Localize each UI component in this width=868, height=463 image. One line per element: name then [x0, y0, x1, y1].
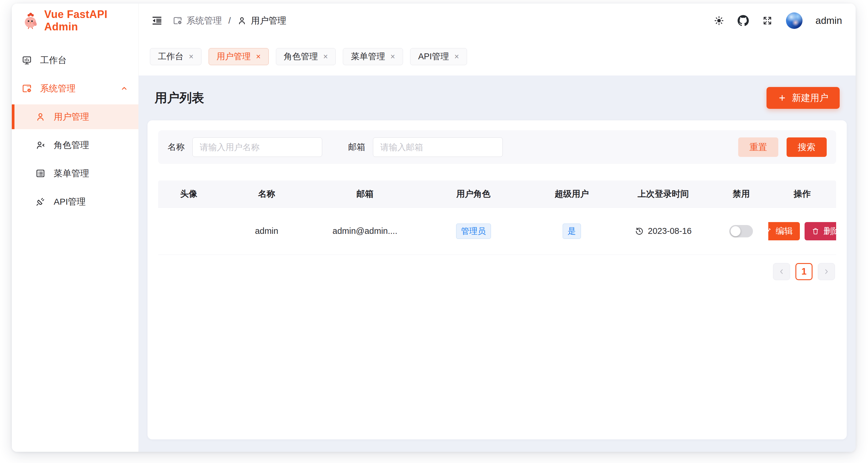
tab-menu-management[interactable]: 菜单管理 × — [343, 48, 403, 65]
tab-user-management[interactable]: 用户管理 × — [209, 48, 269, 65]
tab-label: API管理 — [418, 51, 449, 63]
users-table: 头像 名称 邮箱 用户角色 超级用户 上次登录时间 禁用 操作 admin ad… — [158, 180, 836, 255]
sidebar-item-role-management[interactable]: 角色管理 — [12, 133, 138, 158]
tab-api-management[interactable]: API管理 × — [410, 48, 467, 65]
app-window: Vue FastAPI Admin 工作台 — [12, 4, 856, 452]
sidebar-item-api-management[interactable]: API管理 — [12, 189, 138, 214]
name-field-group: 名称 — [167, 137, 322, 157]
sidebar-item-menu-management[interactable]: 菜单管理 — [12, 161, 138, 186]
chevron-up-icon — [120, 84, 128, 93]
system-window-gear-icon — [173, 16, 182, 25]
breadcrumb: 系统管理 / 用户管理 — [173, 15, 286, 27]
cell-role: 管理员 — [416, 208, 531, 255]
page-content: 用户列表 新建用户 名称 邮箱 — [139, 75, 856, 452]
sidebar-item-user-management[interactable]: 用户管理 — [12, 104, 138, 129]
col-disabled: 禁用 — [714, 180, 768, 207]
main-area: 系统管理 / 用户管理 — [139, 4, 856, 452]
delete-button-label: 删除 — [824, 225, 836, 237]
fullscreen-icon[interactable] — [762, 15, 773, 26]
chevron-left-icon — [778, 268, 785, 275]
sidebar-item-system[interactable]: 系统管理 — [12, 76, 138, 101]
cell-actions: 编辑 删除 — [768, 208, 836, 255]
page-header: 用户列表 新建用户 — [148, 75, 847, 120]
tab-close-icon[interactable]: × — [256, 53, 261, 61]
edit-button-label: 编辑 — [776, 225, 793, 237]
name-field-label: 名称 — [167, 141, 185, 153]
toggle-knob — [731, 226, 741, 236]
avatar[interactable] — [786, 12, 803, 29]
cell-name: admin — [219, 208, 314, 255]
search-actions: 重置 搜索 — [738, 137, 827, 157]
new-user-button[interactable]: 新建用户 — [767, 87, 840, 109]
delete-trash-icon — [812, 227, 819, 235]
sidebar-item-label: 系统管理 — [40, 82, 75, 95]
col-avatar: 头像 — [158, 180, 219, 207]
col-role: 用户角色 — [416, 180, 531, 207]
edit-button[interactable]: 编辑 — [768, 222, 800, 240]
chick-logo-icon — [22, 12, 39, 29]
breadcrumb-label: 用户管理 — [251, 15, 286, 27]
role-tag: 管理员 — [456, 224, 491, 239]
search-panel: 名称 邮箱 重置 搜索 — [158, 130, 836, 164]
email-input[interactable] — [373, 137, 503, 157]
pagination-next-button[interactable] — [818, 263, 835, 280]
tab-label: 菜单管理 — [351, 51, 385, 63]
name-input[interactable] — [192, 137, 322, 157]
breadcrumb-item-system[interactable]: 系统管理 — [173, 15, 222, 27]
sidebar-menu: 工作台 系统管理 — [12, 38, 138, 218]
tab-close-icon[interactable]: × — [189, 53, 193, 61]
user-icon — [35, 112, 45, 122]
github-icon[interactable] — [738, 15, 749, 26]
cell-avatar — [158, 208, 219, 255]
app-title: Vue FastAPI Admin — [44, 8, 138, 33]
reset-button[interactable]: 重置 — [738, 137, 778, 157]
monitor-icon — [22, 55, 32, 65]
table-header-row: 头像 名称 邮箱 用户角色 超级用户 上次登录时间 禁用 操作 — [158, 180, 836, 208]
pagination-page-1[interactable]: 1 — [796, 263, 812, 280]
username[interactable]: admin — [815, 15, 842, 26]
breadcrumb-label: 系统管理 — [186, 15, 222, 27]
pagination-prev-button[interactable] — [773, 263, 790, 280]
col-last-login: 上次登录时间 — [613, 180, 714, 207]
tab-workbench[interactable]: 工作台 × — [150, 48, 202, 65]
menu-list-icon — [35, 168, 45, 178]
api-plug-icon — [35, 197, 45, 207]
sidebar-item-label: 角色管理 — [54, 139, 89, 151]
disabled-toggle[interactable] — [729, 225, 753, 237]
email-field-group: 邮箱 — [348, 137, 503, 157]
tab-close-icon[interactable]: × — [454, 53, 459, 61]
tab-role-management[interactable]: 角色管理 × — [276, 48, 336, 65]
search-button[interactable]: 搜索 — [786, 137, 827, 157]
tab-label: 工作台 — [158, 51, 184, 63]
tab-close-icon[interactable]: × — [323, 53, 328, 61]
last-login-date: 2023-08-16 — [648, 226, 691, 236]
clock-icon — [635, 227, 644, 236]
col-actions: 操作 — [768, 180, 836, 207]
chevron-right-icon — [823, 268, 830, 275]
sidebar: Vue FastAPI Admin 工作台 — [12, 4, 139, 452]
email-field-label: 邮箱 — [348, 141, 365, 153]
theme-sun-icon[interactable] — [713, 15, 724, 26]
sidebar-item-label: 菜单管理 — [54, 167, 89, 179]
sidebar-item-label: 用户管理 — [54, 111, 89, 123]
user-list-card: 名称 邮箱 重置 搜索 头像 名称 — [148, 120, 847, 439]
breadcrumb-item-users[interactable]: 用户管理 — [237, 15, 286, 27]
col-name: 名称 — [219, 180, 314, 207]
user-icon — [237, 16, 247, 25]
plus-icon — [778, 94, 786, 102]
edit-pencil-icon — [768, 227, 772, 235]
pagination: 1 — [158, 263, 836, 280]
tab-bar: 工作台 × 用户管理 × 角色管理 × 菜单管理 × API管理 × — [139, 38, 856, 75]
sidebar-item-workbench[interactable]: 工作台 — [12, 48, 138, 72]
tab-label: 角色管理 — [284, 51, 318, 63]
collapse-sidebar-icon[interactable] — [151, 15, 163, 27]
app-logo[interactable]: Vue FastAPI Admin — [12, 4, 138, 38]
tab-close-icon[interactable]: × — [390, 53, 395, 61]
sidebar-item-label: API管理 — [54, 196, 86, 208]
col-email: 邮箱 — [314, 180, 416, 207]
topbar-actions: admin — [713, 12, 842, 29]
delete-button[interactable]: 删除 — [805, 222, 836, 240]
col-superuser: 超级用户 — [531, 180, 613, 207]
system-window-gear-icon — [22, 84, 32, 94]
cell-last-login: 2023-08-16 — [613, 208, 714, 255]
